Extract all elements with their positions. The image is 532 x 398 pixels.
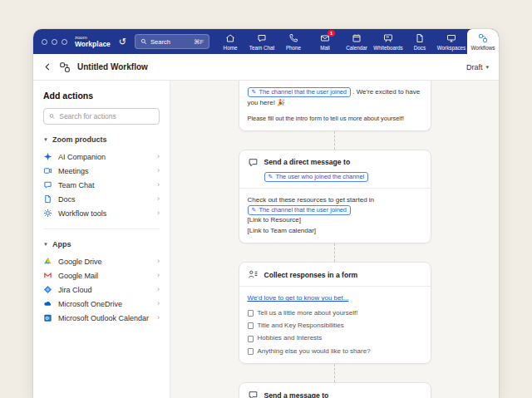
message-text: Please fill out the intro form to tell u… [248,114,422,124]
section-divider [43,228,160,229]
search-placeholder: Search [150,38,170,46]
close-window-button[interactable] [42,39,47,45]
form-question-row: Tell us a little more about yourself! [248,308,422,318]
form-field-icon [248,348,254,355]
chevron-right-icon: › [157,286,160,293]
chevron-right-icon: › [157,153,160,160]
top-bar: zoom Workplace ↺ Search ⌘F Home Team Cha… [33,29,499,54]
page-title: Untitled Workflow [77,62,148,71]
nav-workflows[interactable]: Workflows [467,29,499,54]
workflow-card-channel-message[interactable]: Send a message to ✎The channel that the … [239,382,431,398]
sidebar-title: Add actions [43,91,160,101]
workflow-card-collect-form[interactable]: Collect responses in a form We'd love to… [239,262,431,364]
sidebar-item-microsoft-onedrive[interactable]: Microsoft OneDrive › [43,297,160,311]
sidebar-item-google-drive[interactable]: Google Drive › [43,254,160,268]
card-title: Send a direct message to [264,158,351,166]
window-controls[interactable] [33,39,67,45]
form-field-icon [248,336,254,342]
chevron-left-icon [43,62,52,71]
form-field-icon [248,322,254,329]
team-chat-icon [43,180,52,189]
sidebar-item-meetings[interactable]: Meetings › [43,164,160,178]
pencil-icon: ✎ [252,206,257,215]
link-placeholder: [Link to Resource] [248,215,422,225]
chat-icon [257,33,267,43]
nav-workspaces[interactable]: Workspaces [436,29,467,54]
workflow-icon [59,61,71,73]
card-title: Send a message to [264,391,329,398]
form-question-row: Anything else you would like to share? [248,346,422,356]
section-apps[interactable]: ▼ Apps [43,240,160,248]
link-placeholder: [Link to Team calendar] [248,226,422,236]
home-icon [225,33,235,43]
sidebar-item-team-chat[interactable]: Team Chat › [43,178,160,192]
chat-bubble-icon [248,157,259,168]
nav-home[interactable]: Home [214,29,246,54]
nav-team-chat[interactable]: Team Chat [246,29,278,54]
sidebar-item-ai-companion[interactable]: AI Companion › [43,150,160,164]
chat-bubble-icon [248,390,259,398]
nav-docs[interactable]: Docs [404,29,436,54]
form-question-row: Hobbies and Interests [248,333,422,343]
workflow-canvas[interactable]: ✎The channel that the user joined . We'r… [170,81,499,398]
search-shortcut: ⌘F [194,38,204,46]
mail-badge: 1 [328,30,335,37]
sidebar-item-jira-cloud[interactable]: Jira Cloud › [43,283,160,297]
workflow-card-welcome-message[interactable]: ✎The channel that the user joined . We'r… [239,81,431,131]
actions-search[interactable] [43,108,160,125]
workflow-card-direct-message[interactable]: Send a direct message to ✎The user who j… [239,150,431,244]
nav-phone[interactable]: Phone [278,29,309,54]
add-actions-sidebar: Add actions ▼ Zoom products AI Companion… [33,81,170,398]
workflow-flow: ✎The channel that the user joined . We'r… [239,81,431,398]
chevron-right-icon: › [157,314,160,322]
chevron-right-icon: › [157,300,160,307]
chevron-right-icon: › [157,272,160,279]
ai-companion-icon [43,152,52,161]
nav-whiteboards[interactable]: Whiteboards [372,29,404,54]
minimize-window-button[interactable] [52,39,57,45]
status-badge: Draft [466,63,483,71]
history-icon[interactable]: ↺ [119,37,126,47]
google-mail-icon [43,271,52,280]
workflows-icon [478,33,488,43]
form-title-link[interactable]: We'd love to get to know you bet... [248,293,349,303]
chevron-right-icon: › [157,167,160,174]
sidebar-item-microsoft-outlook-calendar[interactable]: Microsoft Outlook Calendar › [43,311,160,325]
variable-chip[interactable]: ✎The channel that the user joined [248,87,351,97]
nav-mail[interactable]: 1 Mail [309,29,341,54]
message-text: ✎The channel that the user joined . We'r… [248,87,422,109]
chevron-right-icon: › [157,209,160,217]
message-text: Check out these resources to get started… [248,195,422,205]
section-zoom-products[interactable]: ▼ Zoom products [43,135,160,144]
zoom-window-button[interactable] [62,39,67,45]
draft-status-dropdown[interactable]: Draft ▾ [466,63,489,71]
google-drive-icon [43,257,52,266]
sidebar-item-workflow-tools[interactable]: Workflow tools › [43,206,160,220]
global-search[interactable]: Search ⌘F [135,34,209,49]
search-icon [140,38,147,45]
chevron-right-icon: › [157,258,160,265]
nav-calendar[interactable]: Calendar [341,29,372,54]
pencil-icon: ✎ [268,174,273,180]
sidebar-item-google-mail[interactable]: Google Mail › [43,268,160,283]
variable-chip[interactable]: ✎The user who joined the channel [264,172,369,182]
flow-connector [334,243,335,262]
docs-icon [43,194,52,204]
chevron-right-icon: › [157,195,160,203]
workflow-header: Untitled Workflow Draft ▾ [33,54,499,81]
pencil-icon: ✎ [252,87,257,96]
card-title: Collect responses in a form [264,271,358,279]
actions-search-input[interactable] [59,112,154,120]
caret-down-icon: ▼ [43,242,48,247]
form-question-row: Title and Key Responsibilities [248,321,422,331]
chevron-right-icon: › [157,181,160,189]
calendar-icon [352,33,362,43]
jira-icon [43,285,52,294]
back-button[interactable] [43,62,52,71]
form-field-icon [248,310,254,317]
gear-icon [43,209,52,218]
zoom-workplace-logo: zoom Workplace [75,35,111,47]
sidebar-item-docs[interactable]: Docs › [43,192,160,206]
variable-chip[interactable]: ✎The channel that the user joined [248,205,351,215]
docs-icon [415,33,425,43]
